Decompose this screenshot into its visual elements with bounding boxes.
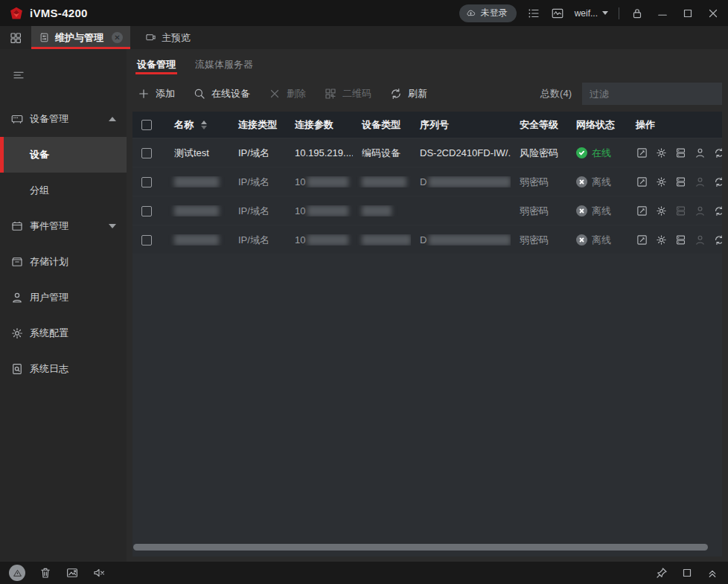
header-conn-param[interactable]: 连接参数 [286,118,353,132]
double-chevron-up-icon[interactable] [706,566,719,580]
redacted-text [429,234,511,246]
device-status-icon[interactable] [674,176,687,188]
user-manage-icon[interactable] [694,147,706,159]
maximize-button[interactable] [680,6,695,21]
tab-stream-media-server[interactable]: 流媒体服务器 [195,58,253,77]
edit-icon[interactable] [636,147,648,159]
delete-button[interactable]: 删除 [268,87,306,100]
pin-icon[interactable] [655,566,668,580]
edit-icon[interactable] [636,234,648,246]
sidebar-item-system-log[interactable]: 系统日志 [0,351,127,387]
tab-maintenance-management[interactable]: 维护与管理 ✕ [31,26,130,49]
row-checkbox[interactable] [141,177,152,187]
header-operation[interactable]: 操作 [627,118,722,132]
add-button[interactable]: 添加 [137,87,175,100]
device-status-icon[interactable] [674,147,687,159]
redacted-text [307,234,348,246]
table-row[interactable]: IP/域名 10 弱密码 离线 [132,197,722,225]
conn-type: IP/域名 [238,147,269,160]
image-broken-icon[interactable] [66,566,79,580]
device-status-icon[interactable] [674,205,687,217]
close-button[interactable] [706,6,721,21]
redacted-name [174,234,219,246]
redacted-text [307,205,348,216]
edit-icon[interactable] [636,176,648,188]
redacted-text [307,176,348,187]
serial-number: D [420,176,427,187]
user-manage-icon[interactable] [694,176,706,188]
select-all-checkbox[interactable] [141,120,152,130]
window-icon[interactable] [680,566,694,580]
user-manage-icon[interactable] [694,234,706,246]
refresh-row-icon[interactable] [713,205,722,217]
plus-icon [137,87,150,100]
conn-type: IP/域名 [238,205,269,218]
row-checkbox[interactable] [141,206,152,216]
remote-config-gear-icon[interactable] [655,176,668,188]
total-count-label: 总数(4) [540,87,572,100]
trash-icon[interactable] [39,566,52,580]
remote-config-gear-icon[interactable] [655,234,668,246]
speaker-muted-icon[interactable] [92,566,106,580]
sidebar-item-device-management[interactable]: 设备管理 [0,101,127,137]
header-name[interactable]: 名称 [165,118,229,132]
redacted-device-type [362,205,392,216]
sidebar-item-system-config[interactable]: 系统配置 [0,315,127,351]
sidebar-item-event-management[interactable]: 事件管理 [0,208,127,244]
edit-icon[interactable] [636,205,648,217]
conn-param: 10 [295,205,305,216]
net-status-label: 在线 [592,147,611,160]
sort-icon[interactable] [201,121,207,129]
task-list-icon[interactable] [527,7,540,20]
tab-close-icon[interactable]: ✕ [112,32,123,43]
security-level: 弱密码 [520,176,549,189]
table-row[interactable]: IP/域名 10 D 弱密码 离线 [132,226,722,254]
sidebar-item-storage-schedule[interactable]: 存储计划 [0,244,127,280]
row-checkbox[interactable] [141,148,152,158]
sidebar-item-group[interactable]: 分组 [0,173,127,208]
scrollbar-thumb[interactable] [133,544,708,551]
security-level: 风险密码 [520,147,558,160]
header-device-type[interactable]: 设备类型 [353,118,411,132]
sidebar-item-user-management[interactable]: 用户管理 [0,280,127,315]
tab-device-management[interactable]: 设备管理 [137,58,176,77]
storage-icon [10,255,30,269]
minimize-button[interactable] [655,6,670,21]
refresh-row-icon[interactable] [713,234,722,246]
conn-param: 10.195.219.... [295,147,353,158]
home-grid-button[interactable] [0,26,31,49]
remote-config-gear-icon[interactable] [655,205,668,217]
qr-code-button[interactable]: 二维码 [324,87,371,100]
device-status-icon[interactable] [674,234,687,246]
horizontal-scrollbar[interactable] [132,544,722,551]
refresh-row-icon[interactable] [713,147,722,159]
header-serial[interactable]: 序列号 [411,118,511,132]
table-row[interactable]: 测试test IP/域名 10.195.219.... 编码设备 DS-2CD2… [132,139,722,167]
device-icon [10,112,30,126]
sidebar-item-device[interactable]: 设备 [0,137,127,173]
online-device-button[interactable]: 在线设备 [193,87,250,100]
user-name-label: weif... [575,8,598,19]
remote-config-gear-icon[interactable] [655,147,668,159]
row-checkbox[interactable] [141,235,152,246]
filter-input[interactable] [582,83,722,105]
tab-main-view[interactable]: 主预览 [138,26,198,49]
alarm-icon[interactable] [9,565,25,581]
table-row[interactable]: IP/域名 10 D 弱密码 离线 [132,168,722,196]
sidebar-collapse-button[interactable] [0,61,127,101]
device-toolbar: 添加 在线设备 删除 二维码 [127,77,728,110]
refresh-row-icon[interactable] [713,176,722,188]
tools-monitor-icon[interactable] [551,7,564,20]
header-conn-type[interactable]: 连接类型 [229,118,286,132]
lock-button[interactable] [630,6,645,21]
login-status-button[interactable]: 未登录 [459,4,517,22]
maximize-icon [681,7,695,20]
header-net-status[interactable]: 网络状态 [567,118,627,132]
close-icon [706,7,720,20]
header-security[interactable]: 安全等级 [511,118,567,132]
user-manage-icon[interactable] [694,205,706,217]
delete-label: 删除 [287,87,306,100]
refresh-button[interactable]: 刷新 [389,87,427,100]
user-menu[interactable]: weif... [575,8,608,19]
minimize-icon [656,7,669,20]
